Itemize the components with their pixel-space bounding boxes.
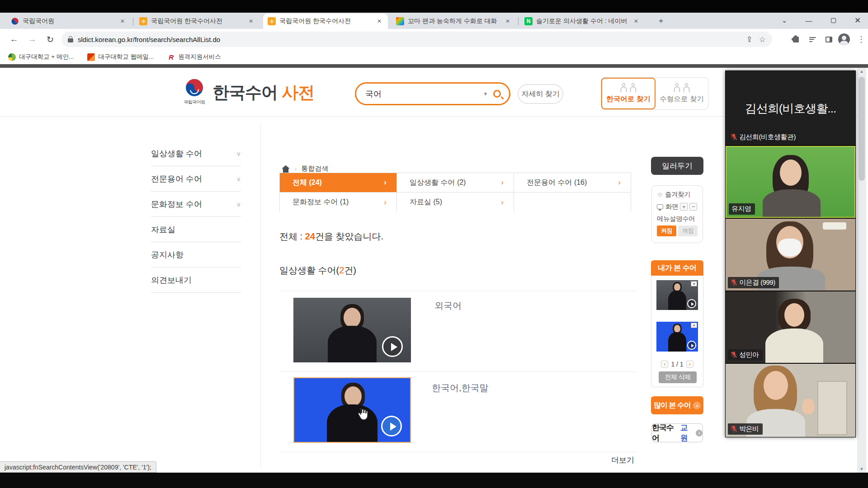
- zoom-in-button[interactable]: +: [680, 203, 688, 211]
- search-icon[interactable]: [493, 90, 501, 98]
- play-icon[interactable]: [687, 299, 696, 308]
- new-tab-button[interactable]: ＋: [655, 15, 667, 26]
- screen: 국립국어원 ✕ 수 국립국어원 한국수어사전 ✕ 수 국립국어원 한국수어사전 …: [0, 0, 868, 488]
- site-title[interactable]: 한국수어 사전: [212, 81, 314, 104]
- play-icon[interactable]: [381, 416, 402, 436]
- find-by-handshape-button[interactable]: 수형으로 찾기: [656, 78, 708, 109]
- toggle-off-button[interactable]: 꺼짐: [678, 225, 698, 236]
- breadcrumb-current[interactable]: 통합검색: [301, 164, 328, 173]
- result-tab-daily[interactable]: 일상생활 수어 (2)›: [397, 173, 514, 192]
- bookmark-star-icon[interactable]: ☆: [759, 35, 766, 44]
- remove-thumbnail-icon[interactable]: ✕: [691, 323, 697, 328]
- tab-title: 국립국어원: [23, 17, 115, 25]
- search-dropdown-caret-icon[interactable]: ▾: [484, 90, 487, 97]
- row-divider: [279, 291, 637, 291]
- share-icon[interactable]: ⇪: [746, 35, 753, 44]
- toggle-on-button[interactable]: 켜짐: [657, 225, 676, 236]
- result-tab-all[interactable]: 전체 (24)›: [280, 173, 397, 192]
- page-scrollbar[interactable]: ▲ ▼: [857, 68, 866, 473]
- window-menu-chevron-icon[interactable]: ⌄: [774, 13, 795, 28]
- tab-close-icon[interactable]: ✕: [247, 17, 255, 25]
- scrollbar-thumb[interactable]: [859, 77, 865, 181]
- tab-close-icon[interactable]: ✕: [375, 17, 383, 25]
- sidebar-item-terminology-sign[interactable]: 전문용어 수어∨: [151, 166, 241, 192]
- bookmark-daegu-webmail[interactable]: 대구대학교 웹메일...: [87, 53, 154, 61]
- top-black-bar: [0, 0, 868, 13]
- side-panel-icon[interactable]: [822, 33, 835, 46]
- address-bar[interactable]: sldict.korean.go.kr/front/search/searchA…: [61, 32, 772, 47]
- sidebar-item-feedback[interactable]: 의견보내기: [151, 267, 241, 293]
- popular-signs-button[interactable]: 많이 본 수어 ›: [651, 396, 703, 414]
- result-word-link[interactable]: 한국어,한국말: [432, 382, 489, 394]
- scroll-down-icon[interactable]: ▼: [857, 465, 866, 473]
- result-tab-terminology[interactable]: 전문용어 수어 (16)›: [514, 173, 631, 192]
- media-list-icon[interactable]: [806, 33, 819, 46]
- participant-video-kim[interactable]: 김선희(비호생활... 김선희(비호생활관): [726, 71, 855, 145]
- sidebar-item-culture-sign[interactable]: 문화정보 수어∨: [151, 192, 241, 217]
- zoom-out-button[interactable]: −: [689, 203, 697, 211]
- bookmark-remote-support[interactable]: R 원격지원서비스: [167, 53, 221, 61]
- window-minimize-icon[interactable]: —: [798, 13, 819, 28]
- detail-search-button[interactable]: 자세히 찾기: [518, 84, 563, 104]
- kebab-menu-icon[interactable]: ⋮: [854, 33, 868, 46]
- my-viewed-signs-panel: ✕ ✕ ‹ 1 / 1 › 전체 삭제: [651, 276, 703, 387]
- sign-teacher-button[interactable]: 한국수어교원 ›: [651, 423, 703, 442]
- sidebar-item-notice[interactable]: 공지사항: [151, 242, 241, 267]
- remove-thumbnail-icon[interactable]: ✕: [691, 281, 697, 286]
- bookmark-label: 대구대학교 + 메인...: [19, 53, 74, 61]
- result-tab-culture[interactable]: 문화정보 수어 (1)›: [280, 192, 397, 212]
- find-mode-group: 한국어로 찾기 수형으로 찾기: [601, 77, 708, 110]
- tab-sldict-active[interactable]: 수 국립국어원 한국수어사전 ✕: [263, 14, 388, 29]
- home-icon[interactable]: [281, 165, 290, 173]
- tab-jtbc[interactable]: 꼬마 팬과 능숙하게 수화로 대화 ✕: [392, 14, 516, 29]
- participant-video-park[interactable]: 박은비: [726, 364, 855, 437]
- pager-next-icon[interactable]: ›: [686, 361, 693, 368]
- find-by-korean-button[interactable]: 한국어로 찾기: [601, 78, 656, 109]
- sidebar-item-daily-sign[interactable]: 일상생활 수어∨: [151, 141, 241, 166]
- reload-icon[interactable]: ↻: [43, 33, 57, 46]
- page-top-divider: [0, 64, 868, 68]
- logo-org-text: 국립국어원: [181, 99, 208, 105]
- bookmark-favicon: [87, 53, 95, 61]
- profile-avatar[interactable]: [837, 33, 851, 46]
- tab-close-icon[interactable]: ✕: [504, 17, 512, 25]
- play-icon[interactable]: [382, 336, 403, 357]
- back-icon[interactable]: ←: [7, 33, 21, 46]
- delete-all-button[interactable]: 전체 삭제: [659, 371, 697, 383]
- result-tab-archive[interactable]: 자료실 (5)›: [397, 192, 514, 212]
- pager-prev-icon[interactable]: ‹: [661, 361, 668, 368]
- more-link[interactable]: 더보기: [611, 455, 634, 465]
- bookmark-daegu-main[interactable]: 대구대학교 + 메인...: [8, 53, 74, 61]
- guide-button[interactable]: 일러두기: [651, 157, 703, 175]
- sldict-favicon: 수: [139, 17, 147, 25]
- monitor-icon: [657, 204, 663, 209]
- forward-icon[interactable]: →: [25, 33, 39, 46]
- participant-video-yoo[interactable]: 유지영: [726, 146, 855, 218]
- arrow-circle-icon: ›: [693, 402, 701, 409]
- result-video-thumbnail[interactable]: [293, 298, 411, 362]
- menu-sign-toggle: 켜짐 꺼짐: [657, 225, 703, 236]
- url-text[interactable]: sldict.korean.go.kr/front/search/searchA…: [78, 36, 740, 43]
- search-box[interactable]: ▾: [355, 82, 510, 105]
- participant-video-lee[interactable]: 이은결 (999): [726, 219, 855, 291]
- scroll-up-icon[interactable]: ▲: [857, 68, 866, 75]
- window-restore-icon[interactable]: [823, 13, 844, 28]
- favorites-option[interactable]: ☆ 즐겨찾기: [657, 190, 703, 199]
- search-input[interactable]: [364, 89, 484, 99]
- window-close-icon[interactable]: ✕: [847, 13, 868, 28]
- tab-korean-institute[interactable]: 국립국어원 ✕: [6, 14, 131, 29]
- site-logo[interactable]: 국립국어원: [181, 79, 208, 105]
- lock-icon: [68, 36, 73, 42]
- result-video-thumbnail-hover[interactable]: [293, 377, 411, 443]
- extensions-icon[interactable]: [789, 33, 802, 46]
- viewed-sign-thumbnail[interactable]: ✕: [656, 280, 698, 310]
- play-icon[interactable]: [687, 341, 696, 350]
- result-word-link[interactable]: 외국어: [434, 300, 462, 312]
- participant-video-seong[interactable]: 성민아: [726, 291, 855, 363]
- tab-naver[interactable]: N 슬기로운 의사생활 수어 : 네이버 ✕: [520, 14, 645, 29]
- sidebar-item-archive[interactable]: 자료실: [151, 217, 241, 242]
- tab-close-icon[interactable]: ✕: [632, 17, 640, 25]
- tab-sldict-1[interactable]: 수 국립국어원 한국수어사전 ✕: [135, 14, 259, 29]
- viewed-sign-thumbnail[interactable]: ✕: [656, 322, 698, 352]
- tab-close-icon[interactable]: ✕: [118, 17, 127, 25]
